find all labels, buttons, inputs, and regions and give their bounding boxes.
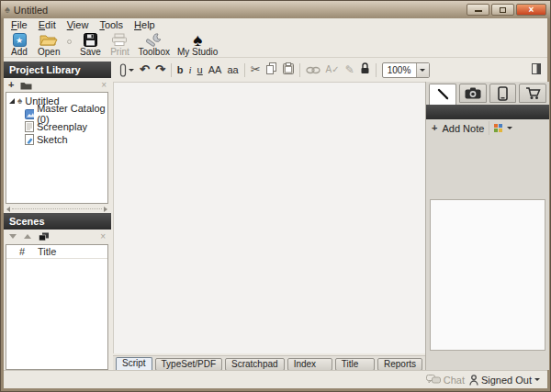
toolbox-wrench-icon xyxy=(145,32,163,48)
paste-icon xyxy=(283,62,294,74)
italic-button[interactable]: i xyxy=(189,63,192,76)
scroll-track xyxy=(12,208,102,209)
note-content-area[interactable] xyxy=(430,199,545,351)
insert-clip-button[interactable] xyxy=(119,63,134,77)
tab-reports[interactable]: Reports xyxy=(377,358,422,371)
tree-item-master-catalog[interactable]: Master Catalog (0) xyxy=(6,107,107,120)
link-button[interactable] xyxy=(306,62,320,78)
scenes-col-title: Title xyxy=(38,246,107,257)
chat-bubbles-icon xyxy=(426,375,441,385)
add-scene-button[interactable] xyxy=(39,229,50,245)
toolbox-button[interactable]: Toolbox xyxy=(138,32,169,57)
scroll-left-icon[interactable] xyxy=(6,207,10,212)
zoom-value: 100% xyxy=(383,65,416,75)
undo-button[interactable]: ↶ xyxy=(140,63,150,76)
lock-icon xyxy=(360,62,370,74)
my-studio-spade-icon: ♠ xyxy=(193,32,202,48)
delete-item-button[interactable]: × xyxy=(101,80,107,90)
scene-stack-icon xyxy=(39,232,50,241)
my-studio-button[interactable]: ♠ My Studio xyxy=(177,32,218,57)
pen-icon xyxy=(435,87,450,102)
menu-view[interactable]: View xyxy=(62,19,95,30)
addnote-separator xyxy=(489,121,489,135)
format-separator xyxy=(376,63,377,77)
project-library-toolbar: + × xyxy=(6,79,109,91)
link-chain-icon xyxy=(306,66,320,74)
chat-label: Chat xyxy=(444,375,465,386)
open-folder-icon xyxy=(39,32,58,48)
underline-button[interactable]: u xyxy=(197,63,203,76)
script-editor-area[interactable] xyxy=(113,82,425,353)
tree-item-label: Sketch xyxy=(37,134,68,145)
save-button[interactable]: Save xyxy=(79,32,101,57)
cut-button[interactable]: ✂ xyxy=(251,63,261,76)
tab-title-page[interactable]: Title Page xyxy=(335,358,375,371)
camera-icon xyxy=(465,87,481,99)
notes-sidebar: + Add Note xyxy=(425,82,549,370)
open-label: Open xyxy=(38,48,60,57)
lock-button[interactable] xyxy=(360,62,370,78)
add-button[interactable]: ★ Add xyxy=(8,32,30,57)
new-folder-button[interactable] xyxy=(20,77,32,94)
app-logo-icon: ♠ xyxy=(5,5,10,15)
scroll-right-icon[interactable] xyxy=(104,207,107,212)
spellcheck-button[interactable]: A✓ xyxy=(326,63,340,76)
tab-typeset-pdf[interactable]: TypeSet/PDF xyxy=(155,358,222,371)
lowercase-button[interactable]: aa xyxy=(227,63,238,76)
copy-button[interactable] xyxy=(266,62,277,78)
sketch-doc-icon xyxy=(25,134,34,145)
save-label: Save xyxy=(80,48,101,57)
print-icon xyxy=(111,32,128,48)
menu-edit[interactable]: Edit xyxy=(33,19,62,30)
project-tree[interactable]: ♠ Untitled Master Catalog (0) Screenplay… xyxy=(6,92,108,204)
signed-out-button[interactable]: Signed Out xyxy=(469,375,540,386)
scenes-table[interactable]: # Title xyxy=(6,244,108,370)
minimize-button[interactable] xyxy=(467,4,489,16)
zoom-select[interactable]: 100% xyxy=(382,62,430,78)
window-title: Untitled xyxy=(14,5,48,16)
add-note-plus[interactable]: + xyxy=(432,123,437,133)
tab-store-cart[interactable] xyxy=(519,84,546,103)
toolbar-dot-icon xyxy=(67,39,72,44)
tab-notes-pen[interactable] xyxy=(429,84,456,105)
menu-tools[interactable]: Tools xyxy=(94,19,129,30)
titlebar[interactable]: ♠ Untitled × xyxy=(1,1,550,18)
scenes-header: Scenes xyxy=(4,213,111,230)
close-button[interactable]: × xyxy=(516,4,546,16)
folder-icon xyxy=(20,81,32,90)
sidebar-dark-bar xyxy=(426,105,549,119)
paste-button[interactable] xyxy=(283,62,294,78)
uppercase-button[interactable]: AA xyxy=(208,63,222,76)
project-icon: ♠ xyxy=(17,96,22,106)
app-window: ♠ Untitled × File Edit View Tools Help ★… xyxy=(0,0,551,392)
chat-button[interactable]: Chat xyxy=(426,375,465,386)
tab-index-cards[interactable]: Index Cards xyxy=(287,358,332,371)
expander-icon[interactable] xyxy=(9,98,15,104)
note-color-caret-icon[interactable] xyxy=(507,127,512,129)
tab-device[interactable] xyxy=(489,84,517,103)
bold-button[interactable]: b xyxy=(177,63,184,76)
menu-file[interactable]: File xyxy=(6,19,33,30)
minimize-icon xyxy=(475,10,482,12)
menu-help[interactable]: Help xyxy=(129,19,161,30)
maximize-button[interactable] xyxy=(491,4,514,16)
tab-media-camera[interactable] xyxy=(459,84,487,103)
sidebar-toggle-button[interactable] xyxy=(532,62,541,78)
tab-scratchpad[interactable]: Scratchpad xyxy=(225,358,285,371)
print-button[interactable]: Print xyxy=(108,32,130,57)
open-button[interactable]: Open xyxy=(38,32,60,57)
move-scene-down-button[interactable] xyxy=(9,234,17,239)
main-toolbar: ★ Add Open Save Print xyxy=(4,31,547,58)
tree-horizontal-scrollbar[interactable] xyxy=(6,206,108,212)
move-scene-up-button[interactable] xyxy=(24,234,31,239)
zoom-dropdown-button[interactable] xyxy=(416,63,429,77)
edit-pen-button[interactable]: ✎ xyxy=(345,63,354,76)
tree-item-sketch[interactable]: Sketch xyxy=(6,133,107,146)
add-note-button[interactable]: Add Note xyxy=(442,123,484,134)
add-item-button[interactable]: + xyxy=(8,80,14,90)
note-color-palette-icon[interactable] xyxy=(494,124,502,132)
my-studio-label: My Studio xyxy=(177,48,218,57)
signed-out-label: Signed Out xyxy=(481,375,532,386)
redo-button[interactable]: ↷ xyxy=(155,63,165,76)
delete-scene-button[interactable]: × xyxy=(100,231,106,241)
